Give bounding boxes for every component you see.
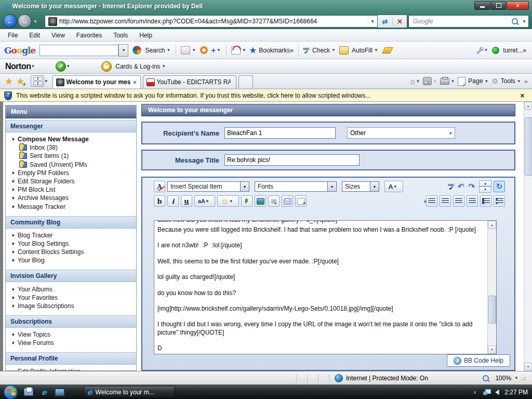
scrollbar-thumb[interactable] <box>525 117 532 176</box>
chevron-down-icon[interactable]: ▼ <box>44 79 48 84</box>
sidebar-item-your-favorites[interactable]: Your Favorites <box>6 294 136 302</box>
overflow-chevron-icon[interactable]: » <box>524 77 528 85</box>
chevron-down-icon[interactable]: ▼ <box>31 64 35 69</box>
browser-search-box[interactable]: Google ▼ <box>408 15 529 28</box>
sidebar-item-content-blocks[interactable]: Content Blocks Settings <box>6 248 136 256</box>
message-body-editor[interactable]: dude how did you know it was my Brickshe… <box>154 220 497 354</box>
wrench-icon[interactable] <box>476 46 484 54</box>
tab-messenger[interactable]: Welcome to your mess... ✕ <box>52 75 141 88</box>
chevron-down-icon[interactable]: ▼ <box>484 48 488 52</box>
remove-format-button[interactable]: A <box>154 181 165 192</box>
chevron-down-icon[interactable]: ▼ <box>217 48 221 52</box>
refresh-button[interactable]: ⇄ <box>378 15 392 28</box>
google-search-history-dropdown[interactable]: ▼ <box>118 44 128 57</box>
autofill-icon[interactable] <box>339 46 349 55</box>
stop-button[interactable]: ✕ <box>392 15 407 28</box>
chevron-down-icon[interactable]: ▼ <box>166 48 170 52</box>
history-dropdown[interactable]: ▼ <box>33 19 37 24</box>
bold-button[interactable]: b <box>154 195 165 207</box>
recipient-input[interactable] <box>224 127 336 139</box>
sidebar-item-image-subs[interactable]: Image Subscriptions <box>6 302 136 310</box>
sidebar-item-your-albums[interactable]: Your Albums <box>6 285 136 293</box>
bookmark-star-icon[interactable]: ★ <box>249 46 256 55</box>
chevron-down-icon[interactable]: ▼ <box>450 79 455 84</box>
google-search-button[interactable]: Search <box>145 47 165 54</box>
minimize-button[interactable] <box>474 1 490 10</box>
chevron-down-icon[interactable]: ▼ <box>242 48 246 52</box>
news-icon[interactable] <box>181 46 190 55</box>
sizes-select[interactable]: Sizes▼ <box>342 181 379 192</box>
info-bar-message[interactable]: This website is using a scripted window … <box>16 92 370 99</box>
sidebar-item-sent[interactable]: Sent Items (1) <box>6 152 136 160</box>
font-color-button[interactable]: A▼ <box>384 181 403 192</box>
menu-tools[interactable]: Tools <box>108 31 134 40</box>
chevron-down-icon[interactable]: ▼ <box>66 64 70 69</box>
search-dropdown[interactable]: ▼ <box>520 16 528 27</box>
autofill-button[interactable]: AutoFill <box>352 47 373 54</box>
popup-blocker-icon[interactable] <box>231 46 241 55</box>
address-bar[interactable]: http://www.bzpower.com/forum/index.php?C… <box>45 15 378 28</box>
norton-logo[interactable]: Norton <box>5 62 31 71</box>
indent-button[interactable] <box>426 195 437 207</box>
chevron-down-icon[interactable]: ▼ <box>514 376 518 380</box>
close-button[interactable]: ✕ <box>507 1 529 10</box>
start-button[interactable] <box>4 385 18 399</box>
font-style-button[interactable]: aA▼ <box>194 195 215 207</box>
chevron-down-icon[interactable]: ▼ <box>162 64 166 69</box>
undo-icon[interactable]: ↶ <box>458 182 464 191</box>
sidebar-item-tracker[interactable]: Message Tracker <box>6 203 136 211</box>
bookmarks-button[interactable]: Bookmarks» <box>259 47 294 54</box>
toggle-editor-mode-button[interactable]: ↻ <box>494 181 505 192</box>
sidebar-item-your-blog[interactable]: Your Blog <box>6 256 136 264</box>
tab-youtube[interactable]: YouTube - EDICTARTS RA... <box>143 75 236 88</box>
sidebar-item-inbox[interactable]: Inbox (38) <box>6 143 136 152</box>
chevron-down-icon[interactable]: ▼ <box>416 79 420 84</box>
fonts-select[interactable]: Fonts▼ <box>255 181 337 192</box>
norton-safety-icon[interactable]: ✔ <box>56 61 66 72</box>
zoom-control[interactable]: 100% ▼ <box>483 375 527 382</box>
sidebar-item-blog-tracker[interactable]: Blog Tracker <box>6 231 136 240</box>
information-bar[interactable]: This website is using a scripted window … <box>0 89 532 102</box>
ordered-list-button[interactable] <box>480 195 491 207</box>
network-icon[interactable] <box>483 389 491 395</box>
clock[interactable]: 2:27 PM <box>504 389 528 396</box>
underline-button[interactable]: u <box>181 195 192 207</box>
sidebar-item-pm-block[interactable]: PM Block List <box>6 185 136 194</box>
chevron-down-icon[interactable]: ▼ <box>517 79 521 84</box>
menu-file[interactable]: File <box>2 31 23 40</box>
highlighter-icon[interactable] <box>382 47 393 54</box>
editor-scrollbar[interactable]: ▲ ▼ <box>487 221 496 354</box>
chevron-down-icon[interactable]: ▼ <box>192 48 196 52</box>
italic-button[interactable]: i <box>167 195 179 207</box>
chevron-down-icon[interactable]: ▼ <box>484 79 488 84</box>
bullet-list-button[interactable] <box>494 195 505 207</box>
editor-spellcheck-icon[interactable]: ABC✔ <box>448 183 455 190</box>
menu-edit[interactable]: Edit <box>23 31 46 40</box>
orkut-icon[interactable] <box>200 46 208 54</box>
tab-close-icon[interactable]: ✕ <box>132 79 137 85</box>
sidebar-item-archive[interactable]: Archive Messages <box>6 194 136 202</box>
recipient-type-select[interactable]: Other ▼ <box>347 127 455 139</box>
sidebar-item-blog-settings[interactable]: Your Blog Settings <box>6 240 136 248</box>
scrollbar-thumb[interactable] <box>488 296 496 324</box>
volume-icon[interactable] <box>495 390 499 395</box>
favorites-center-icon[interactable]: ★ <box>5 76 12 86</box>
feeds-icon[interactable] <box>423 77 432 85</box>
quick-launch-desktop[interactable] <box>55 387 65 397</box>
print-icon[interactable] <box>440 78 449 85</box>
menu-view[interactable]: View <box>46 31 71 40</box>
menu-favorites[interactable]: Favorites <box>71 31 108 40</box>
scroll-down-icon[interactable]: ▼ <box>488 345 496 354</box>
add-favorite-icon[interactable]: ★ <box>17 76 24 86</box>
scroll-down-icon[interactable]: ▼ <box>524 363 532 371</box>
align-right-button[interactable] <box>467 195 478 207</box>
restore-button[interactable] <box>491 1 506 10</box>
resize-editor-buttons[interactable]: ▲▼ <box>479 180 491 193</box>
scroll-up-icon[interactable]: ▲ <box>524 102 532 110</box>
insert-link-button[interactable] <box>241 195 252 207</box>
insert-special-select[interactable]: Insert Special Item▼ <box>167 181 249 192</box>
sidebar-item-view-topics[interactable]: View Topics <box>6 330 136 339</box>
bb-code-help-button[interactable]: i BB Code Help <box>447 354 510 367</box>
insert-quote-button[interactable]: ” <box>282 195 293 207</box>
quick-launch-ie[interactable]: e <box>39 387 49 397</box>
